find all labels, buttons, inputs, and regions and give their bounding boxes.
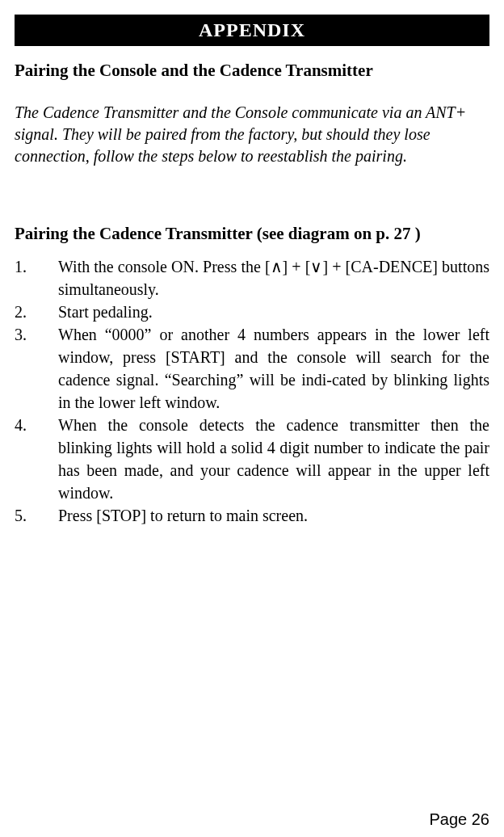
section-title: Pairing the Console and the Cadence Tran…	[15, 61, 489, 81]
step-number: 4.	[15, 414, 58, 436]
step-number: 3.	[15, 323, 58, 346]
subsection-title: Pairing the Cadence Transmitter (see dia…	[15, 224, 489, 244]
step-text: Press [STOP] to return to main screen.	[58, 504, 489, 527]
step-number: 1.	[15, 255, 58, 278]
page-number: Page 26	[429, 810, 489, 829]
step-number: 5.	[15, 504, 58, 527]
list-item: 2. Start pedaling.	[15, 301, 489, 323]
step-text: When the console detects the cadence tra…	[58, 414, 489, 504]
list-item: 4. When the console detects the cadence …	[15, 414, 489, 504]
list-item: 1. With the console ON. Press the [∧] + …	[15, 255, 489, 301]
step-list: 1. With the console ON. Press the [∧] + …	[15, 255, 489, 527]
intro-paragraph: The Cadence Transmitter and the Console …	[15, 102, 489, 167]
appendix-header: APPENDIX	[15, 15, 489, 46]
step-number: 2.	[15, 301, 58, 323]
step-text: Start pedaling.	[58, 301, 489, 323]
step-text: When “0000” or another 4 numbers appears…	[58, 323, 489, 414]
list-item: 5. Press [STOP] to return to main screen…	[15, 504, 489, 527]
list-item: 3. When “0000” or another 4 numbers appe…	[15, 323, 489, 414]
step-text: With the console ON. Press the [∧] + [∨]…	[58, 255, 489, 301]
